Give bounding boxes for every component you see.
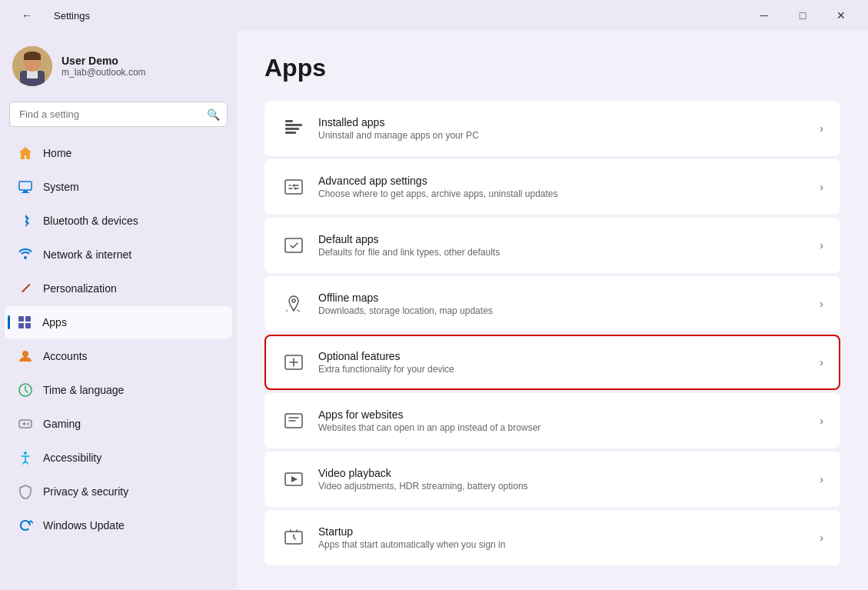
nav-label-accessibility: Accessibility — [43, 452, 101, 464]
advanced-app-settings-title: Advanced app settings — [318, 175, 807, 187]
installed-apps-chevron: › — [820, 122, 823, 135]
nav-item-time[interactable]: Time & language — [5, 374, 232, 406]
update-icon — [17, 517, 34, 534]
offline-maps-chevron: › — [820, 298, 823, 310]
svg-rect-22 — [285, 132, 296, 134]
svg-point-13 — [22, 351, 28, 357]
nav-label-update: Windows Update — [43, 519, 125, 532]
video-playback-desc: Video adjustments, HDR streaming, batter… — [318, 481, 807, 492]
sidebar: User Demo m_lab@outlook.com 🔍 Home — [0, 31, 237, 590]
apps-for-websites-icon — [281, 408, 306, 433]
svg-rect-23 — [285, 180, 302, 194]
optional-features-item[interactable]: Optional features Extra functionality fo… — [264, 335, 840, 390]
avatar — [12, 46, 52, 86]
advanced-app-settings-chevron: › — [820, 181, 823, 193]
nav-item-network[interactable]: Network & internet — [5, 238, 232, 271]
search-input[interactable] — [9, 102, 228, 127]
home-icon — [17, 145, 34, 162]
nav-item-gaming[interactable]: Gaming — [5, 408, 232, 440]
page-title: Apps — [264, 54, 840, 82]
startup-icon — [281, 525, 306, 550]
nav-item-accounts[interactable]: Accounts — [5, 340, 232, 372]
content-area: User Demo m_lab@outlook.com 🔍 Home — [0, 31, 868, 590]
default-apps-desc: Defaults for file and link types, other … — [318, 247, 807, 258]
optional-features-desc: Extra functionality for your device — [318, 364, 807, 375]
active-indicator — [8, 315, 10, 329]
apps-icon — [16, 314, 33, 331]
maximize-button[interactable]: □ — [785, 3, 820, 28]
nav-item-home[interactable]: Home — [5, 137, 232, 169]
advanced-app-settings-item[interactable]: Advanced app settings Choose where to ge… — [264, 159, 840, 215]
svg-point-18 — [24, 452, 27, 455]
offline-maps-item[interactable]: Offline maps Downloads, storage location… — [264, 276, 840, 332]
video-playback-icon — [281, 467, 306, 492]
apps-for-websites-desc: Websites that can open in an app instead… — [318, 422, 807, 433]
svg-rect-2 — [27, 71, 38, 78]
installed-apps-item[interactable]: Installed apps Uninstall and manage apps… — [264, 101, 840, 156]
user-email: m_lab@outlook.com — [62, 67, 146, 78]
default-apps-title: Default apps — [318, 233, 807, 245]
nav-item-accessibility[interactable]: Accessibility — [5, 442, 232, 474]
svg-rect-6 — [19, 182, 32, 190]
back-button[interactable]: ← — [9, 3, 45, 28]
svg-rect-11 — [18, 323, 24, 328]
user-info: User Demo m_lab@outlook.com — [62, 55, 146, 78]
svg-point-17 — [28, 424, 29, 425]
svg-rect-26 — [285, 238, 302, 252]
default-apps-item[interactable]: Default apps Defaults for file and link … — [264, 218, 840, 273]
apps-for-websites-chevron: › — [820, 415, 823, 427]
nav-item-system[interactable]: System — [5, 171, 232, 203]
offline-maps-title: Offline maps — [318, 292, 807, 304]
nav-label-network: Network & internet — [43, 248, 131, 261]
nav-item-bluetooth[interactable]: Bluetooth & devices — [5, 205, 232, 237]
offline-maps-icon — [281, 292, 306, 316]
nav-item-privacy[interactable]: Privacy & security — [5, 475, 232, 508]
video-playback-item[interactable]: Video playback Video adjustments, HDR st… — [264, 452, 840, 507]
privacy-icon — [17, 483, 34, 500]
nav-item-update[interactable]: Windows Update — [5, 509, 232, 542]
nav-label-bluetooth: Bluetooth & devices — [43, 215, 138, 227]
apps-for-websites-title: Apps for websites — [318, 408, 807, 421]
svg-rect-7 — [23, 191, 28, 192]
titlebar-left: ← Settings — [9, 3, 90, 28]
installed-apps-text: Installed apps Uninstall and manage apps… — [318, 105, 807, 152]
apps-for-websites-text: Apps for websites Websites that can open… — [318, 398, 807, 444]
default-apps-chevron: › — [820, 239, 823, 252]
installed-apps-icon — [281, 116, 306, 141]
bluetooth-icon — [17, 212, 34, 229]
svg-rect-10 — [25, 316, 31, 322]
search-icon: 🔍 — [207, 108, 220, 121]
minimize-button[interactable]: ─ — [747, 3, 782, 28]
advanced-app-settings-icon — [281, 175, 306, 199]
optional-features-chevron: › — [820, 356, 823, 368]
nav-item-apps[interactable]: Apps — [5, 306, 232, 338]
nav-label-system: System — [43, 181, 79, 193]
optional-features-title: Optional features — [318, 350, 807, 362]
svg-rect-21 — [285, 128, 299, 130]
gaming-icon — [17, 415, 34, 432]
search-box: 🔍 — [9, 102, 228, 127]
svg-rect-9 — [18, 316, 24, 322]
system-icon — [17, 178, 34, 195]
nav-label-personalization: Personalization — [43, 282, 117, 295]
apps-for-websites-item[interactable]: Apps for websites Websites that can open… — [264, 393, 840, 448]
accessibility-icon — [17, 449, 34, 466]
main-content: Apps Installed apps Uninstall and manage… — [237, 31, 868, 590]
startup-item[interactable]: Startup Apps that start automatically wh… — [264, 510, 840, 565]
default-apps-text: Default apps Defaults for file and link … — [318, 222, 807, 268]
nav-item-personalization[interactable]: Personalization — [5, 272, 232, 305]
startup-text: Startup Apps that start automatically wh… — [318, 515, 807, 561]
svg-point-24 — [293, 185, 295, 187]
installed-apps-title: Installed apps — [318, 116, 807, 128]
user-profile[interactable]: User Demo m_lab@outlook.com — [0, 40, 237, 98]
titlebar: ← Settings ─ □ ✕ — [0, 0, 868, 31]
svg-point-25 — [294, 188, 297, 190]
network-icon — [17, 246, 34, 263]
svg-point-16 — [28, 422, 29, 424]
svg-rect-20 — [285, 124, 302, 126]
video-playback-chevron: › — [820, 473, 823, 485]
video-playback-title: Video playback — [318, 467, 807, 479]
close-button[interactable]: ✕ — [823, 3, 859, 28]
svg-marker-32 — [291, 476, 298, 482]
nav-label-time: Time & language — [43, 384, 124, 396]
